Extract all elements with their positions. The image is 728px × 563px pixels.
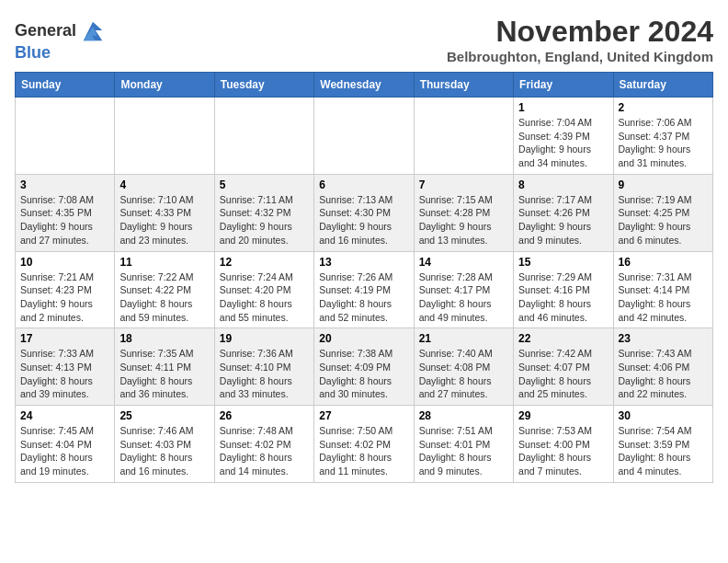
day-info: Sunrise: 7:54 AM Sunset: 3:59 PM Dayligh…	[619, 424, 708, 478]
day-number: 14	[419, 256, 508, 269]
calendar-cell: 12Sunrise: 7:24 AM Sunset: 4:20 PM Dayli…	[214, 251, 313, 328]
calendar-cell: 25Sunrise: 7:46 AM Sunset: 4:03 PM Dayli…	[115, 406, 214, 483]
day-number: 27	[319, 409, 408, 422]
day-info: Sunrise: 7:06 AM Sunset: 4:37 PM Dayligh…	[619, 116, 708, 170]
day-number: 2	[619, 101, 708, 114]
day-number: 28	[419, 409, 508, 422]
day-number: 30	[619, 409, 708, 422]
calendar-week-3: 10Sunrise: 7:21 AM Sunset: 4:23 PM Dayli…	[16, 251, 713, 328]
calendar-week-5: 24Sunrise: 7:45 AM Sunset: 4:04 PM Dayli…	[16, 406, 713, 483]
day-number: 5	[220, 178, 309, 191]
day-info: Sunrise: 7:53 AM Sunset: 4:00 PM Dayligh…	[518, 424, 608, 478]
day-info: Sunrise: 7:11 AM Sunset: 4:32 PM Dayligh…	[220, 193, 309, 247]
day-number: 3	[20, 178, 109, 191]
day-number: 10	[20, 256, 109, 269]
day-number: 25	[119, 409, 209, 422]
day-number: 1	[518, 101, 608, 114]
day-number: 20	[319, 332, 408, 345]
day-info: Sunrise: 7:24 AM Sunset: 4:20 PM Dayligh…	[220, 270, 309, 325]
calendar-cell: 26Sunrise: 7:48 AM Sunset: 4:02 PM Dayli…	[214, 406, 313, 483]
weekday-header-saturday: Saturday	[613, 73, 712, 98]
day-number: 8	[518, 178, 608, 191]
weekday-header-sunday: Sunday	[16, 73, 115, 98]
weekday-header-wednesday: Wednesday	[314, 73, 414, 98]
weekday-header-friday: Friday	[514, 73, 613, 98]
day-number: 29	[518, 409, 608, 422]
calendar-cell: 3Sunrise: 7:08 AM Sunset: 4:35 PM Daylig…	[16, 174, 115, 251]
calendar-cell: 2Sunrise: 7:06 AM Sunset: 4:37 PM Daylig…	[613, 98, 712, 175]
day-number: 7	[419, 178, 508, 191]
weekday-header-monday: Monday	[115, 73, 214, 98]
day-info: Sunrise: 7:10 AM Sunset: 4:33 PM Dayligh…	[119, 193, 209, 247]
day-info: Sunrise: 7:21 AM Sunset: 4:23 PM Dayligh…	[20, 270, 109, 325]
calendar-cell: 9Sunrise: 7:19 AM Sunset: 4:25 PM Daylig…	[613, 174, 712, 251]
day-number: 22	[518, 332, 608, 345]
day-number: 4	[119, 178, 209, 191]
month-title: November 2024	[447, 15, 713, 49]
day-info: Sunrise: 7:42 AM Sunset: 4:07 PM Dayligh…	[518, 347, 608, 401]
day-number: 17	[20, 332, 109, 345]
calendar-cell: 29Sunrise: 7:53 AM Sunset: 4:00 PM Dayli…	[514, 406, 613, 483]
calendar-cell: 28Sunrise: 7:51 AM Sunset: 4:01 PM Dayli…	[414, 406, 513, 483]
weekday-header-tuesday: Tuesday	[214, 73, 313, 98]
day-info: Sunrise: 7:38 AM Sunset: 4:09 PM Dayligh…	[319, 347, 408, 401]
calendar-cell	[16, 98, 115, 175]
day-info: Sunrise: 7:19 AM Sunset: 4:25 PM Dayligh…	[619, 193, 708, 247]
calendar-cell: 22Sunrise: 7:42 AM Sunset: 4:07 PM Dayli…	[514, 328, 613, 406]
day-number: 11	[119, 256, 209, 269]
day-number: 13	[319, 256, 408, 269]
day-info: Sunrise: 7:04 AM Sunset: 4:39 PM Dayligh…	[518, 116, 608, 170]
day-info: Sunrise: 7:28 AM Sunset: 4:17 PM Dayligh…	[419, 270, 508, 325]
day-info: Sunrise: 7:36 AM Sunset: 4:10 PM Dayligh…	[220, 347, 309, 401]
day-info: Sunrise: 7:08 AM Sunset: 4:35 PM Dayligh…	[20, 193, 109, 247]
calendar-cell	[115, 98, 214, 175]
day-number: 9	[619, 178, 708, 191]
calendar-cell	[314, 98, 414, 175]
day-number: 21	[419, 332, 508, 345]
calendar-cell	[214, 98, 313, 175]
day-info: Sunrise: 7:46 AM Sunset: 4:03 PM Dayligh…	[119, 424, 209, 478]
day-number: 6	[319, 178, 408, 191]
logo-icon	[80, 18, 106, 44]
weekday-header-row: SundayMondayTuesdayWednesdayThursdayFrid…	[16, 73, 713, 98]
weekday-header-thursday: Thursday	[414, 73, 513, 98]
day-info: Sunrise: 7:33 AM Sunset: 4:13 PM Dayligh…	[20, 347, 109, 401]
calendar-cell: 16Sunrise: 7:31 AM Sunset: 4:14 PM Dayli…	[613, 251, 712, 328]
day-info: Sunrise: 7:50 AM Sunset: 4:02 PM Dayligh…	[319, 424, 408, 478]
calendar-cell: 4Sunrise: 7:10 AM Sunset: 4:33 PM Daylig…	[115, 174, 214, 251]
day-number: 26	[220, 409, 309, 422]
day-info: Sunrise: 7:43 AM Sunset: 4:06 PM Dayligh…	[619, 347, 708, 401]
logo: General Blue	[15, 18, 106, 63]
calendar-cell: 10Sunrise: 7:21 AM Sunset: 4:23 PM Dayli…	[16, 251, 115, 328]
calendar-cell: 19Sunrise: 7:36 AM Sunset: 4:10 PM Dayli…	[214, 328, 313, 406]
calendar-cell: 21Sunrise: 7:40 AM Sunset: 4:08 PM Dayli…	[414, 328, 513, 406]
title-area: November 2024 Belbroughton, England, Uni…	[447, 15, 713, 64]
day-info: Sunrise: 7:29 AM Sunset: 4:16 PM Dayligh…	[518, 270, 608, 325]
day-info: Sunrise: 7:35 AM Sunset: 4:11 PM Dayligh…	[119, 347, 209, 401]
logo-text-line1: General	[15, 22, 76, 40]
calendar-cell: 15Sunrise: 7:29 AM Sunset: 4:16 PM Dayli…	[514, 251, 613, 328]
calendar-cell: 20Sunrise: 7:38 AM Sunset: 4:09 PM Dayli…	[314, 328, 414, 406]
day-info: Sunrise: 7:40 AM Sunset: 4:08 PM Dayligh…	[419, 347, 508, 401]
day-number: 24	[20, 409, 109, 422]
calendar: SundayMondayTuesdayWednesdayThursdayFrid…	[15, 72, 713, 483]
day-info: Sunrise: 7:45 AM Sunset: 4:04 PM Dayligh…	[20, 424, 109, 478]
day-info: Sunrise: 7:26 AM Sunset: 4:19 PM Dayligh…	[319, 270, 408, 325]
calendar-week-1: 1Sunrise: 7:04 AM Sunset: 4:39 PM Daylig…	[16, 98, 713, 175]
day-number: 12	[220, 256, 309, 269]
day-info: Sunrise: 7:15 AM Sunset: 4:28 PM Dayligh…	[419, 193, 508, 247]
calendar-cell: 14Sunrise: 7:28 AM Sunset: 4:17 PM Dayli…	[414, 251, 513, 328]
calendar-cell: 7Sunrise: 7:15 AM Sunset: 4:28 PM Daylig…	[414, 174, 513, 251]
header: General Blue November 2024 Belbroughton,…	[15, 15, 713, 64]
day-info: Sunrise: 7:22 AM Sunset: 4:22 PM Dayligh…	[119, 270, 209, 325]
location-subtitle: Belbroughton, England, United Kingdom	[447, 49, 713, 64]
calendar-cell: 30Sunrise: 7:54 AM Sunset: 3:59 PM Dayli…	[613, 406, 712, 483]
calendar-cell: 18Sunrise: 7:35 AM Sunset: 4:11 PM Dayli…	[115, 328, 214, 406]
calendar-cell: 17Sunrise: 7:33 AM Sunset: 4:13 PM Dayli…	[16, 328, 115, 406]
calendar-week-2: 3Sunrise: 7:08 AM Sunset: 4:35 PM Daylig…	[16, 174, 713, 251]
calendar-cell: 1Sunrise: 7:04 AM Sunset: 4:39 PM Daylig…	[514, 98, 613, 175]
day-number: 19	[220, 332, 309, 345]
day-number: 18	[119, 332, 209, 345]
calendar-cell: 8Sunrise: 7:17 AM Sunset: 4:26 PM Daylig…	[514, 174, 613, 251]
day-info: Sunrise: 7:51 AM Sunset: 4:01 PM Dayligh…	[419, 424, 508, 478]
